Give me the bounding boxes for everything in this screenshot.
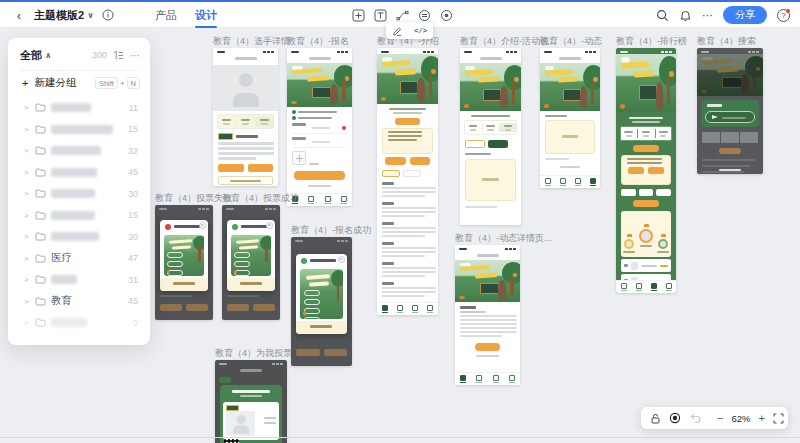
rank-name-line bbox=[657, 251, 669, 253]
zoom-level[interactable]: 62% bbox=[731, 413, 750, 424]
group-row[interactable]: >45 bbox=[8, 162, 150, 184]
canvas-frame-6[interactable] bbox=[616, 48, 676, 293]
annotate-pen-icon[interactable] bbox=[392, 26, 402, 36]
zoom-out-button[interactable]: − bbox=[717, 413, 723, 423]
canvas-frame-1[interactable] bbox=[213, 48, 278, 186]
orange-button[interactable] bbox=[218, 164, 244, 172]
tabbar-item bbox=[575, 178, 581, 186]
close-icon[interactable]: × bbox=[199, 222, 206, 229]
orange-button[interactable] bbox=[648, 167, 664, 174]
back-pill[interactable] bbox=[219, 377, 231, 383]
group-row[interactable]: >30 bbox=[8, 226, 150, 248]
canvas-frame-2[interactable] bbox=[287, 48, 352, 206]
text-line bbox=[218, 142, 274, 145]
lock-icon[interactable] bbox=[650, 413, 661, 424]
notifications-bell-icon[interactable] bbox=[679, 9, 692, 22]
bottom-tabbar bbox=[377, 302, 438, 315]
text-line bbox=[173, 282, 195, 285]
text-line bbox=[393, 112, 422, 114]
frame-label[interactable]: 教育（4）-排行榜 bbox=[616, 35, 687, 48]
time-block bbox=[295, 240, 303, 242]
frame-label[interactable]: 教育（4）-动态 bbox=[540, 35, 602, 48]
group-row[interactable]: >11 bbox=[8, 97, 150, 119]
chevron-right-icon: > bbox=[24, 211, 31, 220]
canvas-frame-11[interactable] bbox=[455, 245, 520, 385]
white-pill[interactable] bbox=[656, 189, 671, 196]
pen-tool-icon[interactable] bbox=[396, 9, 409, 22]
group-row[interactable]: >32 bbox=[8, 140, 150, 162]
group-row[interactable]: >教育45 bbox=[8, 291, 150, 313]
orange-button[interactable] bbox=[410, 157, 431, 165]
group-row[interactable]: >0 bbox=[8, 312, 150, 334]
frame-label[interactable]: 教育（4）投票失败 bbox=[155, 192, 232, 205]
frame-label[interactable]: 教育（4）-报名成功 bbox=[291, 224, 371, 237]
comment-tool-icon[interactable] bbox=[418, 9, 431, 22]
panel-more-icon[interactable]: ⋯ bbox=[130, 50, 140, 61]
search-input[interactable] bbox=[705, 111, 755, 123]
document-title[interactable]: 主题模版2 ∨ bbox=[34, 8, 94, 23]
tab-product[interactable]: 产品 bbox=[155, 2, 177, 28]
success-icon bbox=[232, 224, 238, 230]
frame-tool-icon[interactable] bbox=[352, 9, 365, 22]
plant-dot-shape bbox=[701, 90, 707, 93]
canvas-frame-7[interactable] bbox=[697, 48, 763, 174]
cursor-mode-icon[interactable] bbox=[669, 412, 681, 424]
toggle-pill-active[interactable] bbox=[382, 170, 400, 177]
info-icon[interactable] bbox=[102, 9, 114, 21]
rank-list-row[interactable] bbox=[621, 259, 671, 272]
group-row[interactable]: >15 bbox=[8, 205, 150, 227]
text-tool-icon[interactable] bbox=[374, 9, 387, 22]
orange-button[interactable] bbox=[385, 157, 406, 165]
orange-button[interactable] bbox=[628, 167, 644, 174]
upload-plus-box[interactable] bbox=[292, 151, 306, 165]
toggle-pill[interactable] bbox=[403, 170, 421, 177]
share-button[interactable]: 分享 bbox=[723, 6, 767, 24]
white-pill[interactable] bbox=[639, 189, 654, 196]
back-icon[interactable]: ‹ bbox=[12, 8, 26, 23]
plant-dot-shape bbox=[291, 101, 297, 105]
tree-trunk-shape bbox=[591, 82, 594, 104]
text-line bbox=[227, 295, 259, 297]
frame-label[interactable]: 教育（4）搜索 bbox=[697, 35, 756, 48]
canvas-frame-9[interactable]: × bbox=[222, 205, 280, 320]
search-icon[interactable] bbox=[656, 9, 669, 22]
help-icon[interactable]: ? bbox=[777, 9, 790, 22]
canvas-frame-8[interactable]: × bbox=[155, 205, 213, 320]
code-icon[interactable]: </> bbox=[414, 27, 427, 35]
canvas-frame-10[interactable]: × bbox=[291, 237, 352, 366]
toggle-pill-active[interactable] bbox=[488, 140, 508, 148]
canvas-frame-4[interactable] bbox=[460, 48, 521, 225]
frame-label[interactable]: 教育（4）投票成功 bbox=[222, 192, 299, 205]
frame-label[interactable]: 教育（4）-动态详情页... bbox=[455, 232, 552, 245]
white-pill[interactable] bbox=[621, 189, 636, 196]
frame-label[interactable]: 教育（4）-报名 bbox=[287, 35, 349, 48]
group-row[interactable]: >15 bbox=[8, 119, 150, 141]
group-row[interactable]: >医疗47 bbox=[8, 248, 150, 270]
sort-icon[interactable] bbox=[113, 50, 124, 61]
orange-button[interactable] bbox=[248, 164, 274, 172]
undo-icon[interactable] bbox=[689, 412, 701, 424]
new-group-button[interactable]: + 新建分组 Shift + N bbox=[8, 71, 150, 95]
group-row[interactable]: >31 bbox=[8, 269, 150, 291]
canvas-frame-5[interactable] bbox=[540, 48, 600, 188]
section-header bbox=[218, 133, 273, 140]
group-row[interactable]: >30 bbox=[8, 183, 150, 205]
text-line bbox=[482, 178, 499, 181]
frame-label[interactable]: 教育（4）为我投票 bbox=[215, 347, 292, 360]
text-line bbox=[470, 129, 476, 131]
canvas-frame-3[interactable] bbox=[377, 48, 438, 315]
frame-label[interactable]: 教育（4）选手详情 bbox=[213, 35, 290, 48]
filter-dropdown[interactable]: 全部 ∧ bbox=[20, 48, 52, 63]
fullscreen-icon[interactable] bbox=[773, 413, 784, 424]
canvas-frame-12[interactable] bbox=[215, 360, 287, 443]
preview-icon[interactable] bbox=[440, 9, 453, 22]
toggle-pill[interactable] bbox=[465, 140, 485, 148]
more-menu-icon[interactable]: ⋯ bbox=[702, 9, 713, 22]
zoom-in-button[interactable]: + bbox=[758, 413, 764, 423]
time-block bbox=[544, 51, 552, 53]
text-line bbox=[312, 141, 330, 143]
tab-design[interactable]: 设计 bbox=[195, 2, 217, 28]
close-icon[interactable]: × bbox=[338, 256, 345, 263]
close-icon[interactable]: × bbox=[266, 222, 273, 229]
signal-battery-block bbox=[337, 240, 348, 242]
